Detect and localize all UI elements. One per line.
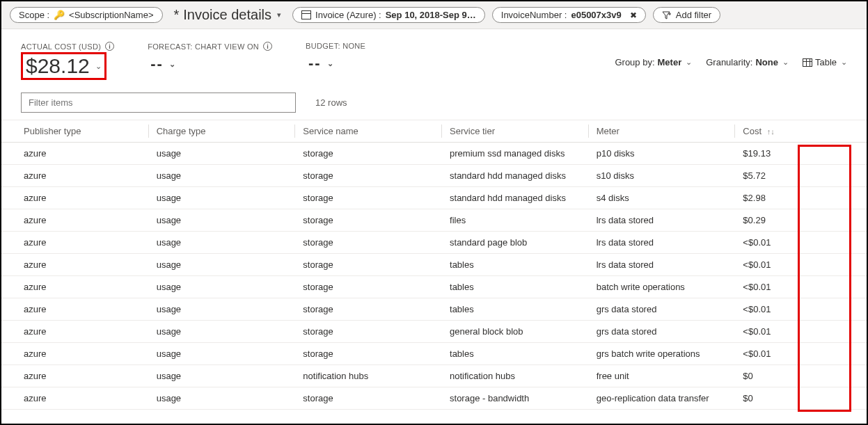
info-icon[interactable]: i — [263, 42, 272, 51]
page-title-dropdown[interactable]: * Invoice details ▾ — [170, 7, 286, 23]
chevron-down-icon: ⌄ — [169, 60, 177, 69]
col-service[interactable]: Service name — [294, 120, 441, 143]
cell-tier: notification hubs — [441, 365, 588, 387]
col-publisher[interactable]: Publisher type — [1, 120, 148, 143]
invoice-period-label: Invoice (Azure) : — [315, 10, 381, 20]
invoice-number-pill[interactable]: InvoiceNumber : e05007x3v9 ✖ — [492, 7, 646, 23]
cell-publisher: azure — [1, 298, 148, 321]
table-body: azureusagestoragepremium ssd managed dis… — [1, 143, 867, 410]
scope-pill[interactable]: Scope : 🔑 <SubscriptionName> — [10, 7, 163, 23]
cell-publisher: azure — [1, 343, 148, 365]
chevron-down-icon: ⌄ — [841, 58, 847, 67]
cell-charge: usage — [148, 276, 295, 298]
forecast-value-dropdown[interactable]: -- ⌄ — [148, 52, 180, 73]
cell-meter: lrs data stored — [588, 232, 735, 254]
cell-charge: usage — [148, 254, 295, 276]
info-icon[interactable]: i — [105, 42, 114, 51]
budget-value-dropdown[interactable]: -- ⌄ — [306, 51, 338, 72]
chevron-down-icon: ▾ — [277, 10, 281, 19]
table-row[interactable]: azureusagenotification hubsnotification … — [1, 365, 867, 387]
cell-service: storage — [294, 276, 441, 298]
invoice-period-pill[interactable]: Invoice (Azure) : Sep 10, 2018-Sep 9… — [292, 7, 485, 23]
cell-meter: lrs data stored — [588, 209, 735, 232]
cell-service: storage — [294, 321, 441, 343]
table-row[interactable]: azureusagestoragestandard hdd managed di… — [1, 165, 867, 187]
cell-charge: usage — [148, 232, 295, 254]
cell-service: notification hubs — [294, 365, 441, 387]
cell-service: storage — [294, 298, 441, 321]
cell-cost: $19.13 — [734, 143, 867, 165]
cell-tier: premium ssd managed disks — [441, 143, 588, 165]
cell-tier: tables — [441, 343, 588, 365]
table-row[interactable]: azureusagestoragetablesbatch write opera… — [1, 276, 867, 298]
cost-table: Publisher type Charge type Service name … — [1, 120, 867, 410]
cell-publisher: azure — [1, 143, 148, 165]
table-row[interactable]: azureusagestoragestorage - bandwidthgeo-… — [1, 387, 867, 410]
table-row[interactable]: azureusagestoragestandard hdd managed di… — [1, 187, 867, 209]
cell-cost: $2.98 — [734, 187, 867, 209]
budget-label-text: BUDGET: NONE — [306, 42, 365, 50]
actual-cost-value: $28.12 — [26, 54, 90, 78]
filter-row: 12 rows — [1, 84, 867, 120]
table-row[interactable]: azureusagestoragetablesgrs data stored<$… — [1, 298, 867, 321]
cell-publisher: azure — [1, 232, 148, 254]
table-row[interactable]: azureusagestoragegeneral block blobgrs d… — [1, 321, 867, 343]
cell-tier: standard hdd managed disks — [441, 187, 588, 209]
cell-tier: tables — [441, 276, 588, 298]
cell-cost: <$0.01 — [734, 254, 867, 276]
view-controls: Group by: Meter ⌄ Granularity: None ⌄ Ta… — [615, 42, 847, 67]
remove-filter-icon[interactable]: ✖ — [630, 10, 637, 20]
chevron-down-icon: ⌄ — [782, 58, 789, 67]
forecast-block: FORECAST: CHART VIEW ON i -- ⌄ — [148, 42, 272, 73]
chevron-down-icon: ⌄ — [686, 58, 692, 67]
add-filter-button[interactable]: Add filter — [653, 7, 720, 23]
group-by-dropdown[interactable]: Group by: Meter ⌄ — [615, 57, 692, 67]
row-count-text: 12 rows — [315, 97, 347, 108]
cell-service: storage — [294, 254, 441, 276]
metrics-row: ACTUAL COST (USD) i $28.12 ⌄ FORECAST: C… — [1, 29, 867, 84]
cell-charge: usage — [148, 321, 295, 343]
cell-charge: usage — [148, 298, 295, 321]
col-charge[interactable]: Charge type — [148, 120, 295, 143]
cell-charge: usage — [148, 187, 295, 209]
cell-cost: <$0.01 — [734, 232, 867, 254]
cell-service: storage — [294, 387, 441, 410]
cell-charge: usage — [148, 209, 295, 232]
forecast-label: FORECAST: CHART VIEW ON i — [148, 42, 272, 51]
col-cost[interactable]: Cost ↑↓ — [734, 120, 867, 143]
table-header-row: Publisher type Charge type Service name … — [1, 120, 867, 143]
table-row[interactable]: azureusagestoragetablesgrs batch write o… — [1, 343, 867, 365]
cell-publisher: azure — [1, 187, 148, 209]
scope-label: Scope : — [19, 10, 49, 20]
cell-meter: batch write operations — [588, 276, 735, 298]
actual-cost-value-dropdown[interactable]: $28.12 ⌄ — [21, 52, 106, 80]
col-cost-label: Cost — [743, 126, 762, 136]
actual-cost-block: ACTUAL COST (USD) i $28.12 ⌄ — [21, 42, 114, 80]
title-dirty-marker: * — [174, 7, 180, 23]
cell-cost: $5.72 — [734, 165, 867, 187]
calendar-icon — [301, 10, 311, 19]
forecast-label-text: FORECAST: CHART VIEW ON — [148, 42, 259, 51]
view-mode-dropdown[interactable]: Table ⌄ — [803, 57, 847, 67]
cell-publisher: azure — [1, 209, 148, 232]
col-tier[interactable]: Service tier — [441, 120, 588, 143]
table-row[interactable]: azureusagestoragefileslrs data stored$0.… — [1, 209, 867, 232]
filter-items-input[interactable] — [21, 93, 296, 113]
cell-publisher: azure — [1, 276, 148, 298]
cost-table-wrap: Publisher type Charge type Service name … — [1, 120, 867, 410]
cell-meter: lrs data stored — [588, 254, 735, 276]
table-row[interactable]: azureusagestoragepremium ssd managed dis… — [1, 143, 867, 165]
table-row[interactable]: azureusagestoragetableslrs data stored<$… — [1, 254, 867, 276]
cell-tier: tables — [441, 298, 588, 321]
col-meter[interactable]: Meter — [588, 120, 735, 143]
table-row[interactable]: azureusagestoragestandard page bloblrs d… — [1, 232, 867, 254]
budget-value: -- — [308, 54, 322, 72]
cell-charge: usage — [148, 165, 295, 187]
cell-charge: usage — [148, 343, 295, 365]
table-icon — [803, 58, 812, 67]
cell-cost: <$0.01 — [734, 321, 867, 343]
app-frame: Scope : 🔑 <SubscriptionName> * Invoice d… — [0, 0, 868, 425]
cell-tier: storage - bandwidth — [441, 387, 588, 410]
cell-publisher: azure — [1, 165, 148, 187]
granularity-dropdown[interactable]: Granularity: None ⌄ — [706, 57, 789, 67]
